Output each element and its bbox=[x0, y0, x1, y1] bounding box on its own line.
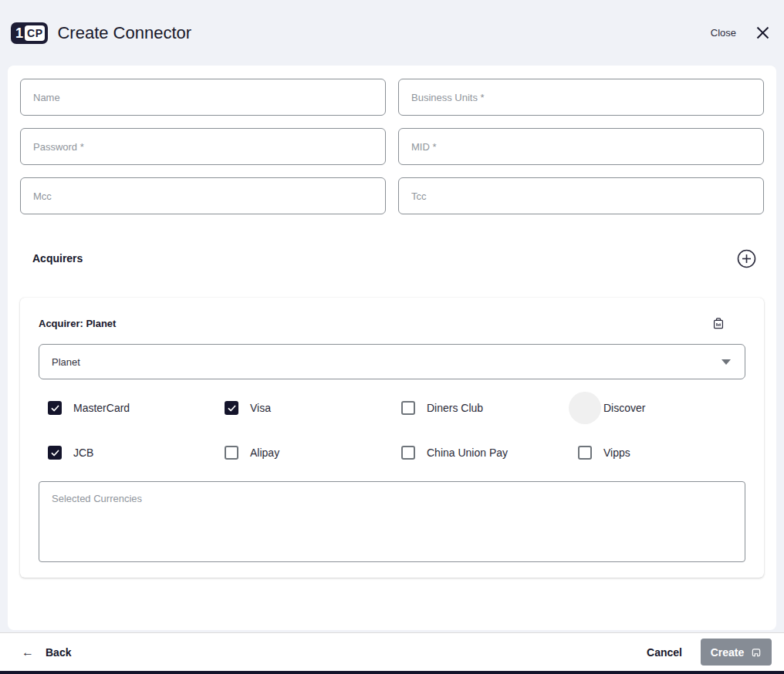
trash-icon bbox=[711, 315, 726, 331]
checkbox-icon[interactable] bbox=[48, 401, 62, 415]
checkbox-visa[interactable]: Visa bbox=[215, 393, 392, 423]
name-input[interactable] bbox=[20, 79, 386, 116]
close-button-label[interactable]: Close bbox=[711, 27, 736, 39]
page-title: Create Connector bbox=[57, 23, 191, 43]
acquirers-section-header: Acquirers bbox=[20, 248, 764, 268]
create-button[interactable]: Create bbox=[701, 639, 772, 666]
add-acquirer-button[interactable] bbox=[736, 248, 756, 268]
mid-input[interactable] bbox=[398, 128, 764, 165]
create-connector-form-panel: Acquirers Acquirer: Planet bbox=[8, 66, 776, 630]
back-button[interactable]: ← Back bbox=[22, 646, 71, 659]
mcc-input[interactable] bbox=[20, 177, 386, 214]
checkbox-icon[interactable] bbox=[225, 401, 238, 415]
logo-one-text: 1 bbox=[15, 26, 23, 40]
checkbox-label: Alipay bbox=[250, 447, 279, 459]
password-input[interactable] bbox=[20, 128, 386, 165]
bottom-strip bbox=[0, 671, 784, 674]
create-button-label: Create bbox=[711, 646, 745, 659]
checkbox-icon[interactable] bbox=[578, 401, 592, 415]
checkbox-icon[interactable] bbox=[48, 446, 62, 460]
checkbox-discover[interactable]: Discover bbox=[569, 393, 745, 423]
plus-circle-icon bbox=[737, 249, 756, 268]
acquirers-heading: Acquirers bbox=[32, 252, 83, 265]
close-icon[interactable] bbox=[755, 25, 770, 41]
checkbox-label: Vipps bbox=[603, 447, 630, 459]
tcc-input[interactable] bbox=[398, 177, 764, 214]
checkbox-label: China Union Pay bbox=[427, 447, 508, 459]
checkbox-alipay[interactable]: Alipay bbox=[215, 438, 392, 467]
back-button-label: Back bbox=[46, 646, 71, 659]
checkbox-icon[interactable] bbox=[225, 446, 238, 460]
checkbox-mastercard[interactable]: MasterCard bbox=[39, 393, 215, 423]
checkbox-icon[interactable] bbox=[401, 401, 415, 415]
dialog-footer: ← Back Cancel Create bbox=[0, 632, 784, 671]
acquirer-card-title: Acquirer: Planet bbox=[39, 318, 116, 329]
checkbox-label: Diners Club bbox=[427, 402, 483, 414]
checkbox-jcb[interactable]: JCB bbox=[39, 438, 215, 467]
chevron-down-icon bbox=[721, 359, 731, 365]
back-arrow-icon: ← bbox=[22, 646, 34, 659]
checkbox-label: MasterCard bbox=[73, 402, 130, 414]
acquirer-select[interactable]: Planet bbox=[39, 344, 745, 379]
acquirer-select-value: Planet bbox=[52, 356, 721, 368]
checkbox-vipps[interactable]: Vipps bbox=[569, 438, 745, 467]
dialog-header: 1 CP Create Connector Close bbox=[0, 0, 784, 66]
acquirer-card: Acquirer: Planet Planet MasterCard bbox=[20, 298, 764, 578]
business-units-input[interactable] bbox=[398, 79, 764, 116]
checkbox-china-union-pay[interactable]: China Union Pay bbox=[392, 438, 569, 467]
checkbox-diners-club[interactable]: Diners Club bbox=[392, 393, 569, 423]
app-logo: 1 CP bbox=[11, 22, 48, 44]
acquirer-card-header: Acquirer: Planet bbox=[39, 315, 745, 332]
checkbox-icon[interactable] bbox=[578, 446, 592, 460]
logo-cp-text: CP bbox=[25, 25, 45, 41]
cancel-button[interactable]: Cancel bbox=[647, 646, 682, 659]
checkbox-icon[interactable] bbox=[401, 446, 415, 460]
delete-acquirer-button[interactable] bbox=[710, 315, 727, 332]
checkbox-label: Discover bbox=[603, 402, 645, 414]
selected-currencies-textarea[interactable] bbox=[39, 481, 745, 562]
checkbox-label: JCB bbox=[73, 447, 93, 459]
checkbox-label: Visa bbox=[250, 402, 271, 414]
save-icon bbox=[751, 647, 762, 658]
connector-fields-grid bbox=[20, 79, 764, 214]
payment-methods-grid: MasterCard Visa Diners Club Discover bbox=[39, 393, 745, 467]
